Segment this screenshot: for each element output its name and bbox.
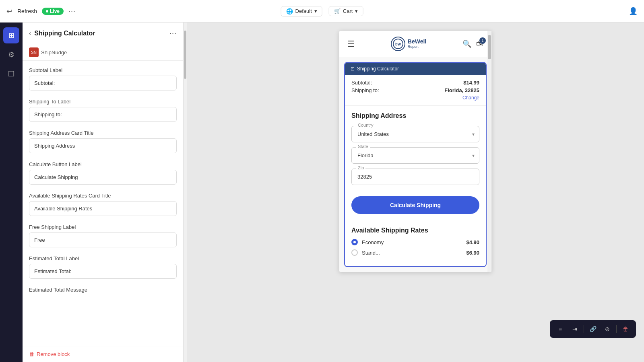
- store-preview: ☰ bW BeWell Report 🔍: [339, 31, 492, 272]
- country-label: Country: [356, 123, 375, 128]
- shipping-to-label-field[interactable]: [29, 107, 177, 122]
- toolbar-divider: [584, 325, 584, 333]
- cart-button[interactable]: 🛒 Cart ▾: [329, 6, 363, 16]
- settings-body: Subtotal Label Shipping To Label Shippin…: [23, 61, 183, 346]
- estimated-total-message-text: Estimated Total Message: [29, 287, 177, 293]
- calculate-button[interactable]: Calculate Shipping: [351, 196, 479, 214]
- change-link[interactable]: Change: [351, 95, 479, 101]
- cart-chevron-icon: ▾: [355, 8, 358, 14]
- estimated-total-label-field[interactable]: [29, 264, 177, 279]
- cart-badge[interactable]: 🛍 1: [476, 40, 483, 48]
- toolbar-divider-2: [616, 325, 617, 333]
- back-icon[interactable]: ↩: [6, 7, 12, 16]
- rate-row-standard: Stand... $6.90: [351, 249, 479, 256]
- svg-text:bW: bW: [395, 42, 401, 46]
- live-label: Live: [50, 8, 60, 14]
- address-section-title: Shipping Address: [351, 112, 479, 119]
- shipping-widget: ⊡ Shipping Calculator Subtotal: $14.99 S…: [344, 62, 487, 267]
- address-card-title-text: Shipping Address Card Title: [29, 130, 177, 136]
- store-header: ☰ bW BeWell Report 🔍: [339, 31, 491, 57]
- calculate-btn-label-field[interactable]: [29, 170, 177, 185]
- toolbar-indent-button[interactable]: ⇥: [568, 323, 581, 335]
- refresh-label[interactable]: Refresh: [17, 8, 37, 14]
- toolbar-link-button[interactable]: 🔗: [586, 323, 599, 335]
- free-shipping-label-field[interactable]: [29, 232, 177, 247]
- cart-count: 1: [479, 37, 486, 44]
- sidebar-item-layers[interactable]: ❐: [3, 66, 19, 82]
- rates-card-title-field[interactable]: [29, 201, 177, 216]
- settings-back-icon[interactable]: ‹: [29, 30, 31, 37]
- shipping-to-label-text: Shipping To Label: [29, 99, 177, 105]
- rate-row-economy: Economy $4.90: [351, 239, 479, 245]
- store-logo: bW BeWell Report: [391, 37, 426, 51]
- logo-text: BeWell Report: [408, 39, 426, 49]
- rate-price-standard: $6.90: [466, 250, 479, 256]
- shipping-to-label: Shipping to:: [351, 87, 379, 93]
- subtotal-value: $14.99: [463, 80, 479, 86]
- rate-radio-standard[interactable]: [351, 249, 358, 256]
- subtotal-label: Subtotal:: [351, 80, 372, 86]
- rate-radio-economy[interactable]: [351, 239, 358, 245]
- estimated-total-label-text: Estimated Total Label: [29, 255, 177, 261]
- search-icon[interactable]: 🔍: [462, 39, 471, 48]
- icon-sidebar: ⊞ ⚙ ❐: [0, 23, 23, 362]
- settings-subtitle: SN ShipNudge: [23, 44, 183, 61]
- more-options-icon[interactable]: ···: [68, 7, 76, 15]
- rates-section: Available Shipping Rates Economy $4.90 S…: [345, 227, 486, 266]
- zip-input[interactable]: [351, 169, 479, 185]
- globe-icon: 🌐: [286, 8, 293, 14]
- widget-tab-icon: ⊡: [351, 66, 355, 72]
- address-card-title-group: Shipping Address Card Title: [29, 130, 177, 153]
- trash-icon: 🗑: [29, 351, 34, 357]
- zip-field: Zip: [351, 169, 479, 185]
- state-select[interactable]: Florida: [351, 147, 479, 164]
- subtotal-label-text: Subtotal Label: [29, 67, 177, 73]
- subtotal-label-group: Subtotal Label: [29, 67, 177, 90]
- rates-card-title-group: Available Shipping Rates Card Title: [29, 193, 177, 216]
- shipping-to-row: Shipping to: Florida, 32825: [351, 87, 479, 93]
- main-layout: ⊞ ⚙ ❐ ‹ Shipping Calculator ··· SN ShipN…: [0, 23, 644, 362]
- country-select[interactable]: United States: [351, 126, 479, 142]
- free-shipping-label-text: Free Shipping Label: [29, 224, 177, 230]
- preview-area: ☰ bW BeWell Report 🔍: [187, 23, 644, 362]
- remove-block-button[interactable]: 🗑 Remove block: [23, 346, 183, 362]
- panel-scrollbar[interactable]: [184, 23, 187, 362]
- cart-icon: 🛒: [334, 8, 341, 14]
- preview-scrollbar-thumb: [488, 35, 491, 59]
- toolbar-block-button[interactable]: ⊘: [601, 323, 614, 335]
- rates-card-title-text: Available Shipping Rates Card Title: [29, 193, 177, 199]
- subtotal-label-field[interactable]: [29, 76, 177, 90]
- shipping-to-value: Florida, 32825: [444, 87, 479, 93]
- store-nav-icons: 🔍 🛍 1: [462, 39, 483, 48]
- menu-icon[interactable]: ☰: [347, 39, 355, 49]
- sidebar-item-settings[interactable]: ⚙: [3, 47, 19, 63]
- estimated-total-message-group: Estimated Total Message: [29, 287, 177, 293]
- rate-price-economy: $4.90: [466, 239, 479, 245]
- settings-header: ‹ Shipping Calculator ···: [23, 23, 183, 44]
- logo-circle: bW: [391, 37, 405, 51]
- subtotal-row: Subtotal: $14.99: [351, 80, 479, 86]
- sidebar-item-grid[interactable]: ⊞: [3, 27, 19, 43]
- plugin-name: ShipNudge: [41, 49, 67, 56]
- user-icon[interactable]: 👤: [629, 7, 638, 16]
- calculate-btn-label-group: Calculate Button Label: [29, 161, 177, 185]
- settings-more-icon[interactable]: ···: [169, 29, 177, 37]
- widget-summary: Subtotal: $14.99 Shipping to: Florida, 3…: [345, 75, 486, 106]
- widget-tab[interactable]: ⊡ Shipping Calculator: [345, 63, 486, 75]
- logo-svg: bW: [392, 38, 404, 49]
- rate-name-economy: Economy: [362, 239, 462, 245]
- toolbar-delete-button[interactable]: 🗑: [619, 323, 632, 335]
- toolbar-align-left-button[interactable]: ≡: [554, 323, 567, 335]
- free-shipping-label-group: Free Shipping Label: [29, 224, 177, 247]
- preview-scrollbar[interactable]: [487, 31, 491, 272]
- address-card-title-field[interactable]: [29, 138, 177, 153]
- default-button[interactable]: 🌐 Default ▾: [281, 6, 322, 16]
- rates-title: Available Shipping Rates: [351, 227, 479, 234]
- panel-scrollbar-thumb: [184, 31, 186, 79]
- settings-title: Shipping Calculator: [34, 30, 95, 37]
- state-field: State Florida ▾: [351, 147, 479, 164]
- state-select-wrapper: Florida ▾: [351, 147, 479, 164]
- live-dot: [46, 10, 48, 12]
- chevron-down-icon: ▾: [314, 8, 317, 14]
- zip-label: Zip: [356, 165, 365, 170]
